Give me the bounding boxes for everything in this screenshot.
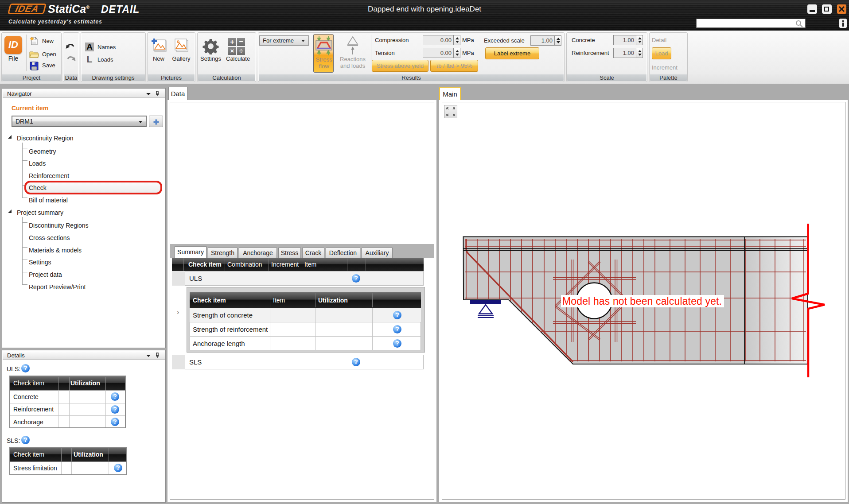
svg-text:Model has not been calculated: Model has not been calculated yet.	[562, 295, 722, 307]
